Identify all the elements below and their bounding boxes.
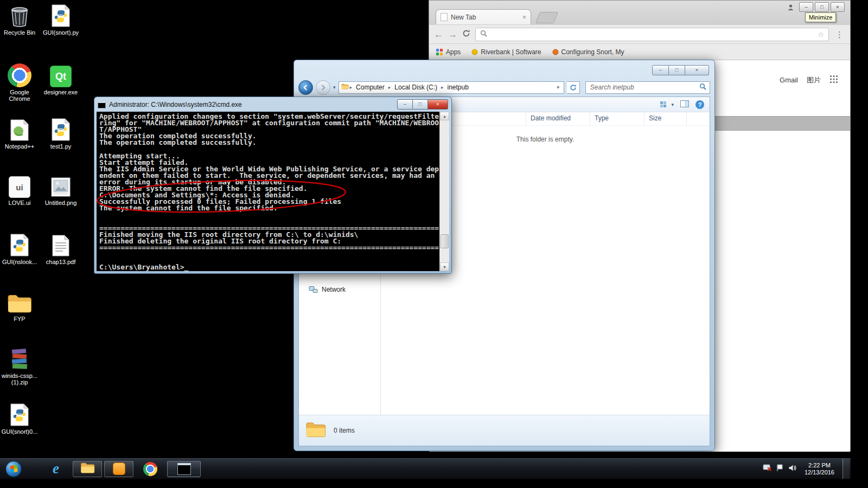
console-scrollbar[interactable]: ▲ ▼ [439,112,449,271]
start-button[interactable] [5,461,22,477]
explorer-minimize-button[interactable]: – [652,65,669,75]
tab-close-icon[interactable]: × [522,14,526,21]
forward-icon[interactable]: → [448,30,457,39]
gmail-link[interactable]: Gmail [780,76,798,84]
desktop-icon-gui-snort-py[interactable]: GUI(snort).py [41,3,80,36]
scroll-up-icon[interactable]: ▲ [440,112,449,120]
refresh-button[interactable] [567,81,580,94]
help-button[interactable]: ? [695,100,704,109]
python-file-icon [41,117,80,142]
desktop-icon-gui-nslook[interactable]: GUI(nslook... [0,232,39,265]
snort-favicon [552,49,559,55]
console-output: Applied configuration changes to section… [97,112,439,271]
desktop-icon-untitled-png[interactable]: Untitled.png [41,173,80,206]
omnibox[interactable]: ☆ [475,28,829,41]
volume-icon[interactable] [788,464,796,474]
cmd-window: Administrator: C:\Windows\system32\cmd.e… [94,97,452,274]
tray-status-error-icon[interactable] [763,464,771,474]
reload-icon[interactable] [462,29,470,40]
internet-explorer-icon: e [53,461,59,476]
desktop-icon-notepadpp[interactable]: Notepad++ [0,117,39,150]
action-center-icon[interactable] [776,464,783,474]
python-file-icon [0,402,39,427]
desktop-icon-designer-exe[interactable]: Qt designer.exe [41,62,80,95]
chrome-tab-new-tab[interactable]: New Tab × [436,9,531,24]
chrome-icon [0,62,39,87]
clock-date: 12/13/2016 [805,469,834,476]
images-link[interactable]: 图片 [807,75,821,85]
column-header-size[interactable]: Size [644,112,687,125]
column-header-date-modified[interactable]: Date modified [526,112,590,125]
omnibox-input[interactable] [491,30,814,39]
column-header-type[interactable]: Type [590,112,644,125]
taskbar: e 2:22 PM 12/1 [0,458,851,479]
new-tab-button[interactable] [535,12,558,23]
recent-pages-chevron-icon[interactable]: ▾ [333,85,336,90]
desktop-icon-recycle-bin[interactable]: Recycle Bin [0,3,39,36]
taskbar-chrome-button[interactable] [136,461,165,477]
chrome-icon [143,462,157,476]
change-view-button[interactable]: ▾ [660,101,674,108]
details-pane: 0 items [299,415,710,446]
bookmark-apps[interactable]: Apps [436,48,461,56]
search-input[interactable] [589,83,699,92]
explorer-maximize-button[interactable]: □ [669,65,685,75]
show-desktop-button[interactable] [843,459,850,479]
desktop-icon-gui-snort0[interactable]: GUI(snort)0... [0,402,39,435]
taskbar-pinned-app-button[interactable] [104,461,133,477]
bookmark-configuring-snort[interactable]: Configuring Snort, My [552,48,624,56]
cmd-titlebar[interactable]: Administrator: C:\Windows\system32\cmd.e… [94,97,451,112]
desktop-icon-google-chrome[interactable]: Google Chrome [0,62,39,102]
desktop-icon-love-ui[interactable]: ui LOVE.ui [0,173,39,206]
bookmarks-bar: Apps Riverbank | Software Configuring Sn… [429,44,850,60]
notepadpp-icon [0,117,39,142]
chrome-maximize-button[interactable]: □ [815,2,829,12]
chrome-minimize-button[interactable]: – [799,2,813,12]
back-button[interactable] [298,80,313,95]
taskbar-cmd-button[interactable] [167,461,201,477]
back-icon[interactable]: ← [434,30,443,39]
winrar-archive-icon [0,346,39,371]
apps-grid-icon [436,48,443,56]
search-box[interactable] [585,81,710,94]
pinned-app-icon [113,463,125,475]
chrome-titlebar[interactable]: New Tab × – □ × [429,1,850,25]
forward-button[interactable] [316,80,330,95]
profile-icon[interactable] [787,3,795,11]
preview-pane-button[interactable] [680,100,689,109]
image-file-icon [41,173,80,198]
google-apps-grid-icon[interactable] [829,75,838,85]
taskbar-explorer-button[interactable] [73,461,102,477]
pdf-file-icon [41,232,80,257]
explorer-close-button[interactable]: × [685,65,709,75]
chrome-menu-icon[interactable]: ⋮ [834,30,845,38]
breadcrumb-local-disk-c[interactable]: Local Disk (C:) [392,82,440,92]
cmd-maximize-button[interactable]: □ [413,99,428,110]
taskbar-internet-explorer-button[interactable]: e [41,461,71,477]
tab-favicon [441,13,448,21]
desktop-icon-chap13-pdf[interactable]: chap13.pdf [41,232,80,265]
address-dropdown-icon[interactable]: ▾ [555,85,562,90]
desktop-icon-fyp-folder[interactable]: FYP [0,289,39,322]
scrollbar-thumb[interactable] [441,234,449,248]
bookmark-riverbank[interactable]: Riverbank | Software [471,48,541,56]
python-file-icon [0,232,39,257]
sidebar-item-network[interactable]: Network [309,286,346,293]
cmd-minimize-button[interactable]: – [397,99,413,110]
explorer-titlebar[interactable]: – □ × [294,60,714,78]
folder-icon [0,289,39,314]
desktop-icon-winids-zip[interactable]: winids-cssp... (1).zip [0,346,39,386]
address-bar[interactable]: ▸ Computer ▸ Local Disk (C:) ▸ inetpub ▾ [339,81,565,94]
riverbank-favicon [471,49,478,55]
breadcrumb-computer[interactable]: Computer [353,82,387,92]
chrome-close-button[interactable]: × [831,2,845,12]
clock[interactable]: 2:22 PM 12/13/2016 [801,462,838,476]
cmd-title: Administrator: C:\Windows\system32\cmd.e… [109,101,394,108]
breadcrumb-inetpub[interactable]: inetpub [445,82,471,92]
scroll-down-icon[interactable]: ▼ [440,262,449,271]
search-icon[interactable] [699,82,706,92]
bookmark-star-icon[interactable]: ☆ [818,31,824,38]
desktop-icon-test1-py[interactable]: test1.py [41,117,80,150]
cmd-close-button[interactable]: × [428,99,448,110]
chrome-toolbar: ← → ☆ ⋮ [429,25,850,44]
